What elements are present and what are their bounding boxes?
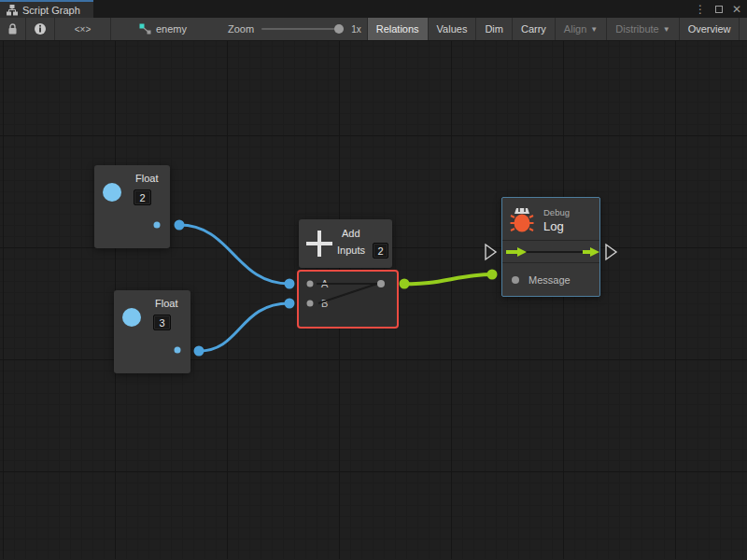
zoom-level: 1x <box>351 24 361 35</box>
float-node-2[interactable]: Float 3 <box>114 290 190 373</box>
add-node-ports[interactable]: A B <box>299 272 397 327</box>
maximize-icon[interactable] <box>715 6 723 13</box>
button-label: Relations <box>376 23 419 35</box>
menu-icon[interactable]: ⋮ <box>695 4 706 15</box>
toolbar-button-fullscreen[interactable]: Full Screen <box>739 18 747 40</box>
toolbar-button-relations[interactable]: Relations <box>367 18 428 40</box>
flow-out-arrow-icon <box>583 247 599 257</box>
graph-toolbar: <×> enemy Zoom 1x Relations Values D <box>0 18 747 41</box>
toolbar-button-distribute[interactable]: Distribute ▼ <box>606 18 678 40</box>
window-controls: ⋮ ✕ <box>695 0 741 18</box>
node-category: Debug <box>543 207 570 217</box>
info-icon <box>34 22 47 35</box>
tab-script-graph[interactable]: Script Graph <box>0 0 93 18</box>
tab-title: Script Graph <box>22 5 80 16</box>
toolbar-button-align[interactable]: Align ▼ <box>555 18 606 40</box>
button-label: Dim <box>485 23 503 35</box>
message-port-row[interactable]: Message <box>502 263 599 296</box>
node-title: Float <box>135 173 158 184</box>
port-row-a[interactable]: A <box>299 276 328 291</box>
flow-ports-row[interactable] <box>502 241 599 263</box>
add-icon <box>306 231 332 257</box>
green-wire-endpoints <box>400 270 498 289</box>
float-value-field[interactable]: 3 <box>153 315 171 330</box>
code-view-button[interactable]: <×> <box>55 18 111 40</box>
chevron-down-icon: ▼ <box>663 25 670 34</box>
port-row-b[interactable]: B <box>299 296 328 311</box>
wire-float1-to-add-a[interactable] <box>179 225 289 284</box>
flow-arrows <box>502 241 599 263</box>
graph-breadcrumb[interactable]: enemy <box>130 18 196 40</box>
inputs-label: Inputs <box>337 245 365 256</box>
chevron-down-icon: ▼ <box>590 25 598 34</box>
wire-add-to-debug-message[interactable] <box>404 274 492 284</box>
node-title: Log <box>543 219 564 233</box>
float-node-1[interactable]: Float 2 <box>94 165 170 248</box>
debug-log-node[interactable]: Debug Log Message <box>501 197 600 297</box>
float-value-field[interactable]: 2 <box>134 189 151 205</box>
zoom-slider-handle[interactable] <box>334 24 344 34</box>
toolbar-button-carry[interactable]: Carry <box>512 18 555 40</box>
button-label: Carry <box>521 23 546 35</box>
button-label: Distribute <box>615 23 658 35</box>
button-label: Overview <box>688 23 731 35</box>
add-node[interactable]: Add Inputs 2 <box>299 219 392 268</box>
button-label: Values <box>437 23 468 35</box>
node-title: Float <box>155 298 177 309</box>
button-label: Align <box>564 23 586 35</box>
toolbar-button-overview[interactable]: Overview <box>679 18 740 40</box>
zoom-slider-track[interactable] <box>261 28 344 30</box>
float-type-icon <box>103 183 121 202</box>
port-label-b: B <box>321 298 328 309</box>
flow-in-arrow-icon <box>506 247 527 257</box>
debug-flow-out-port <box>606 245 616 259</box>
code-icon: <×> <box>75 24 92 35</box>
lock-button[interactable] <box>0 18 26 40</box>
lock-icon <box>7 23 18 35</box>
unity-script-graph-window: Script Graph ⋮ ✕ <×> <box>0 0 747 560</box>
script-graph-icon <box>7 5 18 16</box>
node-title: Add <box>342 228 360 239</box>
inputs-count-field[interactable]: 2 <box>373 243 388 259</box>
graph-canvas[interactable]: Float 2 Float 3 Add Inputs 2 A B <box>0 41 747 559</box>
message-port-label: Message <box>529 274 571 286</box>
wire-float2-to-add-b[interactable] <box>199 303 289 351</box>
float-type-icon <box>122 308 141 327</box>
close-icon[interactable]: ✕ <box>732 4 741 15</box>
message-port[interactable] <box>512 276 519 284</box>
debug-flow-in-port <box>486 245 496 259</box>
graph-asset-icon <box>139 23 151 35</box>
zoom-slider[interactable] <box>261 18 344 41</box>
tab-bar: Script Graph ⋮ ✕ <box>0 0 747 18</box>
info-button[interactable] <box>26 18 55 40</box>
zoom-label: Zoom <box>228 23 254 35</box>
bug-icon <box>510 205 534 233</box>
debug-node-header: Debug Log <box>502 198 599 241</box>
zoom-control: Zoom 1x <box>222 18 367 40</box>
blue-wire-endpoints <box>175 220 295 357</box>
toolbar-button-dim[interactable]: Dim <box>475 18 512 40</box>
port-label-a: A <box>321 278 328 289</box>
graph-name: enemy <box>156 23 187 35</box>
toolbar-button-values[interactable]: Values <box>428 18 476 40</box>
